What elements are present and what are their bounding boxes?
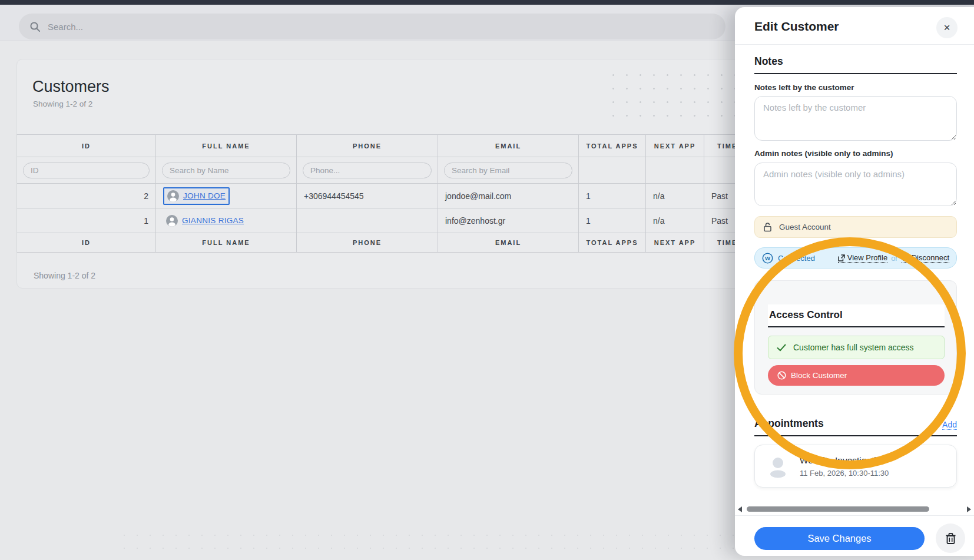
customer-notes-label: Notes left by the customer xyxy=(754,83,957,92)
col-footer-next-app: NEXT APP xyxy=(646,233,704,252)
scrollbar-thumb[interactable] xyxy=(747,506,929,512)
global-search[interactable] xyxy=(19,14,725,39)
col-footer-email: EMAIL xyxy=(438,233,579,252)
appointment-avatar xyxy=(766,454,790,479)
scroll-left-arrow-icon[interactable] xyxy=(738,506,742,512)
add-appointment-link[interactable]: + Add xyxy=(934,419,957,430)
notes-heading: Notes xyxy=(754,55,957,74)
filter-id-input[interactable] xyxy=(23,163,150,178)
filter-name-input[interactable] xyxy=(162,163,290,178)
trash-icon xyxy=(945,532,956,545)
cell-phone xyxy=(297,208,438,233)
cell-email: info@zenhost.gr xyxy=(438,208,579,233)
footer-divider xyxy=(735,515,974,516)
col-header-full-name[interactable]: FULL NAME xyxy=(156,135,297,157)
disconnect-link[interactable]: Disconnect xyxy=(902,253,949,263)
top-window-strip xyxy=(0,0,974,5)
avatar xyxy=(167,190,179,202)
cell-next-app: n/a xyxy=(646,208,704,233)
cell-phone: +306944454545 xyxy=(297,184,438,208)
col-footer-phone: PHONE xyxy=(297,233,438,252)
delete-customer-button[interactable] xyxy=(936,523,965,553)
col-footer-total-apps: TOTAL APPS xyxy=(579,233,646,252)
check-icon xyxy=(777,344,786,352)
dot-grid-decoration xyxy=(607,68,736,127)
external-link-icon xyxy=(838,254,845,261)
filter-cell-next xyxy=(646,157,704,183)
access-status-label: Customer has full system access xyxy=(793,343,914,352)
admin-notes-label: Admin notes (visible only to admins) xyxy=(754,149,957,158)
customer-name-focused[interactable]: JOHN DOE xyxy=(163,187,230,205)
disconnect-label: Disconnect xyxy=(912,253,949,262)
cell-id: 1 xyxy=(17,208,156,233)
block-icon xyxy=(902,254,909,261)
close-icon[interactable]: × xyxy=(936,17,958,38)
page-title: Customers xyxy=(32,78,110,96)
lock-icon xyxy=(763,222,772,232)
appointments-title: Appointments xyxy=(754,417,824,430)
col-header-email[interactable]: EMAIL xyxy=(438,135,579,157)
guest-account-label: Guest Account xyxy=(779,223,831,231)
search-input[interactable] xyxy=(48,22,578,32)
wordpress-icon: W xyxy=(762,253,773,264)
appointment-title: Website Investigation xyxy=(800,455,889,466)
customer-notes-textarea[interactable] xyxy=(754,96,957,141)
search-icon xyxy=(29,21,41,32)
appointment-time: 11 Feb, 2026, 10:30-11:30 xyxy=(800,469,889,478)
filter-phone-input[interactable] xyxy=(303,163,432,178)
cell-name: GIANNIS RIGAS xyxy=(156,208,297,233)
divider xyxy=(735,44,974,45)
view-profile-label: View Profile xyxy=(847,253,887,262)
col-footer-id: ID xyxy=(17,233,156,252)
cell-name: JOHN DOE xyxy=(156,184,297,208)
block-customer-label: Block Customer xyxy=(791,371,847,380)
cell-email: jondoe@mail.com xyxy=(438,184,579,208)
customer-link[interactable]: GIANNIS RIGAS xyxy=(182,216,244,225)
col-header-phone[interactable]: PHONE xyxy=(297,135,438,157)
plus-icon: + xyxy=(934,419,939,430)
cell-total-apps: 1 xyxy=(579,184,646,208)
appointment-card[interactable]: Website Investigation 11 Feb, 2026, 10:3… xyxy=(754,445,957,488)
filter-cell-id xyxy=(17,157,156,183)
wordpress-connected-label: Connected xyxy=(778,254,815,263)
access-control-card: Access Control Customer has full system … xyxy=(754,280,957,395)
filter-cell-phone xyxy=(297,157,438,183)
guest-account-badge: Guest Account xyxy=(754,216,957,238)
access-control-heading: Access Control xyxy=(768,304,945,327)
customer-name[interactable]: GIANNIS RIGAS xyxy=(163,213,247,228)
appointments-heading: Appointments + Add xyxy=(754,417,957,436)
col-header-id[interactable]: ID xyxy=(17,135,156,157)
wordpress-actions: View Profile or Disconnect xyxy=(838,253,949,263)
or-label: or xyxy=(891,254,898,263)
wordpress-connection-bar: W Connected View Profile or xyxy=(754,247,957,269)
block-customer-button[interactable]: Block Customer xyxy=(768,365,945,386)
filter-cell-email xyxy=(438,157,579,183)
customer-link[interactable]: JOHN DOE xyxy=(183,191,226,200)
dot-grid-decoration-bottom xyxy=(118,529,735,560)
view-profile-link[interactable]: View Profile xyxy=(838,253,887,263)
svg-text:W: W xyxy=(765,255,770,261)
panel-title: Edit Customer xyxy=(754,19,957,34)
access-status-alert: Customer has full system access xyxy=(768,336,945,359)
save-changes-button[interactable]: Save Changes xyxy=(754,527,925,550)
col-footer-full-name: FULL NAME xyxy=(156,233,297,252)
filter-cell-total xyxy=(579,157,646,183)
cell-id: 2 xyxy=(17,184,156,208)
filter-cell-name xyxy=(156,157,297,183)
col-header-total-apps[interactable]: TOTAL APPS xyxy=(579,135,646,157)
horizontal-scrollbar[interactable] xyxy=(735,505,974,513)
showing-count-footer: Showing 1-2 of 2 xyxy=(34,271,95,280)
add-label: Add xyxy=(942,420,957,430)
filter-email-input[interactable] xyxy=(444,163,572,178)
cell-total-apps: 1 xyxy=(579,208,646,233)
block-icon xyxy=(777,371,786,380)
appointment-info: Website Investigation 11 Feb, 2026, 10:3… xyxy=(800,455,889,478)
cell-next-app: n/a xyxy=(646,184,704,208)
edit-customer-panel: Edit Customer × Notes Notes left by the … xyxy=(735,7,974,556)
scroll-right-arrow-icon[interactable] xyxy=(967,506,971,512)
avatar xyxy=(166,215,178,227)
showing-count: Showing 1-2 of 2 xyxy=(33,100,92,108)
col-header-next-app[interactable]: NEXT APP xyxy=(646,135,704,157)
admin-notes-textarea[interactable] xyxy=(754,163,957,206)
